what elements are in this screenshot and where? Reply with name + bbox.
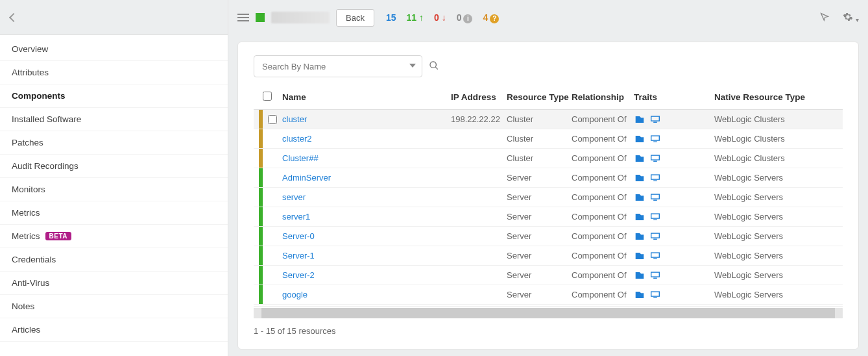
resource-name-link[interactable]: google bbox=[282, 290, 307, 299]
sidebar-item-audit-recordings[interactable]: Audit Recordings bbox=[0, 155, 228, 178]
cursor-icon[interactable] bbox=[819, 12, 830, 24]
svg-rect-18 bbox=[651, 292, 660, 296]
sidebar-item-monitors[interactable]: Monitors bbox=[0, 178, 228, 201]
cell-native-type: WebLogic Servers bbox=[714, 290, 843, 299]
table-body[interactable]: cluster198.22.22.22ClusterComponent OfWe… bbox=[254, 110, 843, 307]
svg-rect-7 bbox=[653, 180, 657, 181]
sidebar-item-credentials[interactable]: Credentials bbox=[0, 248, 228, 272]
resource-name-link[interactable]: Cluster## bbox=[282, 153, 319, 163]
sidebar-item-attributes[interactable]: Attributes bbox=[0, 61, 228, 84]
col-type[interactable]: Resource Type bbox=[507, 92, 572, 102]
sidebar-item-articles[interactable]: Articles bbox=[0, 318, 228, 342]
cell-relationship: Component Of bbox=[572, 134, 634, 144]
col-rel[interactable]: Relationship bbox=[572, 92, 634, 102]
status-edge-icon bbox=[259, 285, 263, 304]
trait-icons[interactable] bbox=[634, 251, 714, 261]
status-stats: 15 11 0 0i 4? bbox=[386, 12, 499, 23]
table-row[interactable]: googleServerComponent OfWebLogic Servers bbox=[254, 285, 843, 305]
cell-native-type: WebLogic Clusters bbox=[714, 114, 843, 124]
trait-icons[interactable] bbox=[634, 154, 714, 163]
trait-icons[interactable] bbox=[634, 193, 714, 202]
table-row[interactable]: server1ServerComponent OfWebLogic Server… bbox=[254, 207, 843, 227]
cell-relationship: Component Of bbox=[572, 192, 634, 202]
sidebar-item-anti-virus[interactable]: Anti-Virus bbox=[0, 272, 228, 295]
resource-name-link[interactable]: AdminServer bbox=[282, 173, 331, 183]
sidebar-item-label: Attributes bbox=[12, 68, 49, 77]
resource-name-link[interactable]: Server-0 bbox=[282, 231, 315, 241]
sidebar-item-components[interactable]: Components bbox=[0, 84, 228, 108]
svg-rect-19 bbox=[653, 297, 657, 298]
resource-name-link[interactable]: cluster bbox=[282, 114, 307, 124]
cell-type: Server bbox=[507, 173, 572, 183]
col-name[interactable]: Name bbox=[282, 92, 451, 102]
cell-relationship: Component Of bbox=[572, 173, 634, 183]
sidebar-item-label: Components bbox=[12, 91, 66, 101]
svg-rect-3 bbox=[653, 141, 657, 142]
table-row[interactable]: cluster2ClusterComponent OfWebLogic Clus… bbox=[254, 129, 843, 149]
resource-name-link[interactable]: Server-1 bbox=[282, 251, 315, 261]
trait-icons[interactable] bbox=[634, 134, 714, 144]
back-button[interactable]: Back bbox=[336, 9, 374, 27]
svg-rect-15 bbox=[653, 258, 657, 259]
svg-rect-10 bbox=[651, 214, 660, 218]
cell-native-type: WebLogic Servers bbox=[714, 270, 843, 280]
sidebar-item-patches[interactable]: Patches bbox=[0, 131, 228, 155]
cell-relationship: Component Of bbox=[572, 290, 634, 299]
resource-name-link[interactable]: cluster2 bbox=[282, 134, 312, 144]
col-native[interactable]: Native Resource Type bbox=[714, 92, 843, 102]
cell-type: Server bbox=[507, 290, 572, 299]
trait-icons[interactable] bbox=[634, 232, 714, 241]
resource-name-link[interactable]: server1 bbox=[282, 212, 310, 222]
table-row[interactable]: serverServerComponent OfWebLogic Servers bbox=[254, 188, 843, 207]
table-row[interactable]: Server-1ServerComponent OfWebLogic Serve… bbox=[254, 246, 843, 266]
sidebar-item-metrics-beta[interactable]: MetricsBETA bbox=[0, 225, 228, 248]
svg-rect-9 bbox=[653, 199, 657, 200]
resource-name-link[interactable]: Server-2 bbox=[282, 270, 315, 280]
cell-type: Cluster bbox=[507, 153, 572, 163]
sidebar-item-label: Monitors bbox=[12, 184, 45, 194]
status-edge-icon bbox=[259, 266, 263, 285]
col-traits[interactable]: Traits bbox=[634, 92, 714, 102]
sidebar-item-metrics[interactable]: Metrics bbox=[0, 201, 228, 225]
trait-icons[interactable] bbox=[634, 271, 714, 280]
status-edge-icon bbox=[259, 246, 263, 265]
trait-icons[interactable] bbox=[634, 212, 714, 222]
sidebar-item-overview[interactable]: Overview bbox=[0, 38, 228, 61]
status-edge-icon bbox=[259, 168, 263, 187]
sidebar-item-label: Metrics bbox=[12, 231, 40, 241]
sidebar-item-label: Articles bbox=[12, 325, 40, 335]
table-row[interactable]: cluster198.22.22.22ClusterComponent OfWe… bbox=[254, 110, 843, 129]
table-row[interactable]: Server-0ServerComponent OfWebLogic Serve… bbox=[254, 227, 843, 246]
cell-type: Cluster bbox=[507, 114, 572, 124]
sidebar-item-installed-software[interactable]: Installed Software bbox=[0, 108, 228, 131]
info-icon: i bbox=[463, 14, 472, 23]
svg-rect-14 bbox=[651, 253, 660, 257]
resource-name-link[interactable]: server bbox=[282, 192, 306, 202]
cell-relationship: Component Of bbox=[572, 231, 634, 241]
status-edge-icon bbox=[259, 227, 263, 246]
sidebar-item-label: Installed Software bbox=[12, 114, 81, 124]
search-input[interactable] bbox=[254, 55, 422, 77]
row-checkbox[interactable] bbox=[268, 115, 277, 124]
hamburger-icon[interactable] bbox=[237, 12, 249, 23]
cell-native-type: WebLogic Servers bbox=[714, 212, 843, 222]
sidebar-item-notes[interactable]: Notes bbox=[0, 295, 228, 318]
svg-rect-1 bbox=[653, 121, 657, 122]
search-icon[interactable] bbox=[429, 60, 439, 73]
svg-rect-11 bbox=[653, 219, 657, 220]
table-row[interactable]: AdminServerServerComponent OfWebLogic Se… bbox=[254, 168, 843, 188]
trait-icons[interactable] bbox=[634, 115, 714, 124]
back-chevron-icon[interactable] bbox=[9, 12, 18, 21]
table-header: Name IP Address Resource Type Relationsh… bbox=[254, 86, 843, 110]
col-ip[interactable]: IP Address bbox=[451, 92, 507, 102]
select-all-checkbox[interactable] bbox=[263, 92, 272, 101]
trait-icons[interactable] bbox=[634, 290, 714, 299]
horizontal-scrollbar[interactable] bbox=[254, 308, 843, 318]
trait-icons[interactable] bbox=[634, 173, 714, 183]
table-row[interactable]: Cluster##ClusterComponent OfWebLogic Clu… bbox=[254, 149, 843, 168]
status-edge-icon bbox=[259, 207, 263, 226]
gear-icon[interactable]: ▾ bbox=[843, 12, 859, 24]
svg-rect-13 bbox=[653, 238, 657, 239]
table-row[interactable]: Server-2ServerComponent OfWebLogic Serve… bbox=[254, 266, 843, 285]
cell-relationship: Component Of bbox=[572, 153, 634, 163]
